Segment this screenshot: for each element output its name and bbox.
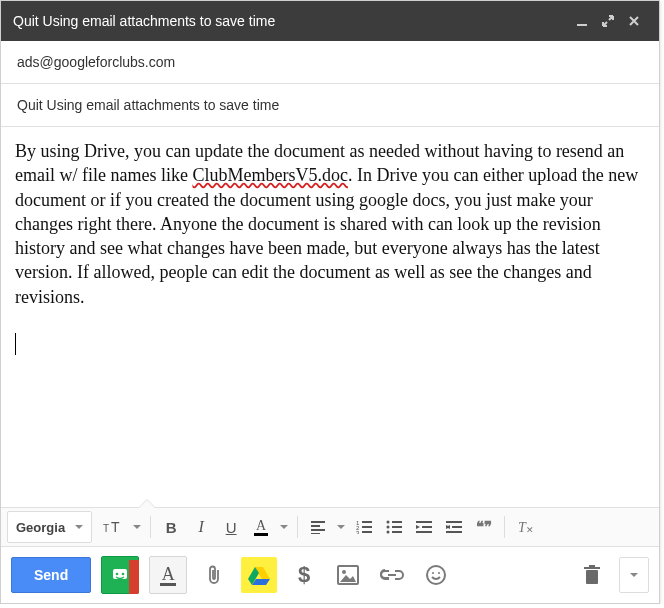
close-button[interactable] bbox=[621, 8, 647, 34]
formatting-toggle-button[interactable]: A bbox=[149, 556, 187, 594]
svg-point-11 bbox=[387, 526, 390, 529]
svg-point-35 bbox=[427, 566, 445, 584]
svg-rect-15 bbox=[416, 521, 432, 523]
font-size-menu[interactable] bbox=[130, 513, 144, 541]
svg-rect-18 bbox=[416, 531, 432, 533]
remove-formatting-button[interactable]: T✕ bbox=[511, 513, 539, 541]
text-color-swatch bbox=[254, 533, 268, 536]
svg-text:✕: ✕ bbox=[526, 525, 534, 535]
svg-rect-0 bbox=[577, 24, 587, 26]
to-field[interactable] bbox=[1, 41, 659, 84]
hangouts-icon[interactable] bbox=[101, 556, 139, 594]
svg-rect-6 bbox=[362, 526, 372, 528]
insert-photo-button[interactable] bbox=[331, 558, 365, 592]
minimize-button[interactable] bbox=[569, 8, 595, 34]
to-input[interactable] bbox=[15, 53, 649, 71]
subject-field[interactable] bbox=[1, 84, 659, 127]
bold-button[interactable]: B bbox=[157, 513, 185, 541]
insert-link-button[interactable] bbox=[375, 558, 409, 592]
svg-rect-38 bbox=[586, 570, 598, 584]
underline-button[interactable]: U bbox=[217, 513, 245, 541]
font-size-button[interactable]: TT bbox=[100, 513, 128, 541]
svg-point-27 bbox=[116, 573, 119, 576]
svg-point-36 bbox=[432, 572, 434, 574]
chevron-down-icon bbox=[75, 525, 83, 529]
separator bbox=[297, 516, 298, 538]
font-family-picker[interactable]: Georgia bbox=[7, 511, 92, 543]
svg-point-37 bbox=[438, 572, 440, 574]
separator bbox=[150, 516, 151, 538]
svg-rect-10 bbox=[392, 521, 402, 523]
text-cursor bbox=[15, 333, 16, 355]
body-text-post: . In Drive you can either upload the new… bbox=[15, 165, 638, 306]
svg-text:3: 3 bbox=[356, 530, 360, 534]
attach-file-button[interactable] bbox=[197, 558, 231, 592]
svg-text:T: T bbox=[103, 523, 109, 534]
svg-rect-12 bbox=[392, 526, 402, 528]
send-row: Send A $ bbox=[1, 547, 659, 603]
svg-rect-17 bbox=[422, 526, 432, 528]
chevron-down-icon bbox=[337, 525, 345, 529]
chevron-down-icon bbox=[133, 525, 141, 529]
insert-drive-button[interactable] bbox=[241, 557, 277, 593]
separator bbox=[504, 516, 505, 538]
svg-marker-16 bbox=[416, 525, 420, 529]
send-button[interactable]: Send bbox=[11, 557, 91, 593]
underline-bar bbox=[160, 583, 176, 586]
text-color-label: A bbox=[256, 519, 266, 533]
formatting-toggle-label: A bbox=[162, 565, 175, 583]
indent-more-button[interactable] bbox=[440, 513, 468, 541]
svg-rect-8 bbox=[362, 531, 372, 533]
insert-money-button[interactable]: $ bbox=[287, 558, 321, 592]
compose-window: Quit Using email attachments to save tim… bbox=[0, 0, 660, 604]
align-button[interactable] bbox=[304, 513, 332, 541]
quote-button[interactable]: ❝❞ bbox=[470, 513, 498, 541]
insert-emoji-button[interactable] bbox=[419, 558, 453, 592]
text-color-menu[interactable] bbox=[277, 513, 291, 541]
italic-button[interactable]: I bbox=[187, 513, 215, 541]
numbered-list-button[interactable]: 123 bbox=[350, 513, 378, 541]
indent-less-button[interactable] bbox=[410, 513, 438, 541]
svg-point-33 bbox=[342, 570, 346, 574]
popout-button[interactable] bbox=[595, 8, 621, 34]
chevron-down-icon bbox=[630, 573, 638, 577]
toolbar-pointer bbox=[139, 500, 155, 508]
format-toolbar: Georgia TT B I U A 123 bbox=[1, 507, 659, 547]
svg-rect-39 bbox=[584, 567, 600, 569]
svg-rect-40 bbox=[589, 565, 595, 567]
body-editor[interactable]: By using Drive, you can update the docum… bbox=[1, 127, 659, 507]
discard-draft-button[interactable] bbox=[575, 558, 609, 592]
subject-input[interactable] bbox=[15, 96, 649, 114]
text-color-button[interactable]: A bbox=[247, 513, 275, 541]
svg-text:T: T bbox=[111, 519, 120, 535]
svg-point-9 bbox=[387, 521, 390, 524]
titlebar: Quit Using email attachments to save tim… bbox=[1, 1, 659, 41]
window-title: Quit Using email attachments to save tim… bbox=[13, 13, 569, 29]
svg-rect-26 bbox=[113, 569, 127, 579]
svg-rect-23 bbox=[446, 531, 462, 533]
svg-rect-4 bbox=[362, 521, 372, 523]
svg-point-28 bbox=[122, 573, 125, 576]
svg-rect-19 bbox=[446, 521, 462, 523]
svg-rect-14 bbox=[392, 531, 402, 533]
font-family-label: Georgia bbox=[16, 520, 65, 535]
more-options-button[interactable] bbox=[619, 557, 649, 593]
svg-point-13 bbox=[387, 531, 390, 534]
svg-marker-34 bbox=[340, 575, 356, 582]
misspelled-word: ClubMembersV5.doc bbox=[192, 165, 347, 185]
bullet-list-button[interactable] bbox=[380, 513, 408, 541]
align-menu[interactable] bbox=[334, 513, 348, 541]
svg-rect-22 bbox=[452, 526, 462, 528]
chevron-down-icon bbox=[280, 525, 288, 529]
